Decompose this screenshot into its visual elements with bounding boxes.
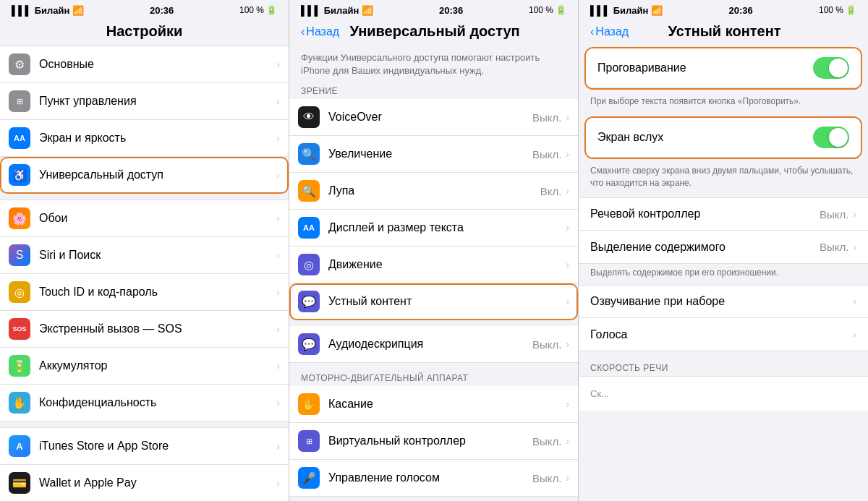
battery-label: Аккумулятор: [39, 359, 276, 372]
spoken-content-chevron: ›: [566, 296, 569, 307]
acc-item-switch-control[interactable]: ⊞ Виртуальный контроллер Выкл. ›: [289, 423, 578, 460]
display-icon: AA: [9, 127, 30, 149]
highlight-content-desc: Выделять содержимое при его произношении…: [579, 264, 868, 285]
divider-sp-2: [579, 351, 868, 357]
touch-icon: ✋: [298, 393, 320, 415]
speak-screen-toggle[interactable]: [813, 127, 849, 148]
speak-screen-label: Экран вслух: [597, 131, 813, 144]
wallet-chevron: ›: [276, 477, 280, 489]
itunes-icon: A: [9, 435, 30, 457]
main-title: Настройки: [12, 23, 277, 40]
voiceover-value: Выкл.: [532, 111, 561, 124]
display-chevron: ›: [276, 132, 280, 144]
settings-item-privacy[interactable]: ✋ Конфиденциальность ›: [0, 385, 289, 421]
acc-item-magnifier[interactable]: 🔍 Лупа Вкл. ›: [289, 173, 578, 210]
vision-header: ЗРЕНИЕ: [289, 82, 578, 99]
typing-feedback-label: Озвучивание при наборе: [590, 295, 853, 308]
main-section-2: 🌸 Обои › S Siri и Поиск › ◎ Touch ID и к…: [0, 200, 289, 421]
speed-partial-text: Ск...: [590, 388, 609, 399]
magnifier-chevron: ›: [566, 185, 569, 197]
speak-selection-item[interactable]: Проговаривание: [586, 48, 861, 88]
spoken-back-button[interactable]: ‹ Назад: [590, 25, 629, 38]
acc-item-audiodesc[interactable]: 💬 Аудиодескрипция Выкл. ›: [289, 326, 578, 363]
touchid-chevron: ›: [276, 286, 280, 298]
display-text-chevron: ›: [566, 222, 569, 234]
switch-control-label: Виртуальный контроллер: [328, 434, 532, 448]
voice-control-label: Управление голосом: [328, 471, 532, 484]
spoken-content-icon: 💬: [298, 291, 320, 312]
accessibility-list: ЗРЕНИЕ 👁 VoiceOver Выкл. › 🔍 Увеличение …: [289, 82, 578, 501]
back-chevron-2: ‹: [301, 25, 305, 38]
wifi-icon-3: 📶: [651, 5, 663, 16]
voice-control-icon: 🎤: [298, 467, 320, 489]
settings-item-siri[interactable]: S Siri и Поиск ›: [0, 237, 289, 274]
settings-item-general[interactable]: ⚙ Основные ›: [0, 46, 289, 83]
settings-item-wallpaper[interactable]: 🌸 Обои ›: [0, 200, 289, 237]
speech-controller-item[interactable]: Речевой контроллер Выкл. ›: [579, 197, 868, 231]
carrier-name-2: Билайн: [324, 5, 359, 16]
main-settings-list: ⚙ Основные › ⊞ Пункт управления › AA Экр…: [0, 46, 289, 501]
speech-controller-label: Речевой контроллер: [590, 207, 820, 220]
settings-item-wallet[interactable]: 💳 Wallet и Apple Pay ›: [0, 465, 289, 501]
typing-feedback-item[interactable]: Озвучивание при наборе ›: [579, 285, 868, 318]
motion-chevron: ›: [566, 259, 569, 270]
voiceover-label: VoiceOver: [328, 111, 532, 124]
main-section-3: A iTunes Store и App Store › 💳 Wallet и …: [0, 427, 289, 501]
acc-item-spoken-content[interactable]: 💬 Устный контент ›: [289, 283, 578, 320]
speak-selection-label: Проговаривание: [597, 61, 813, 74]
siri-label: Siri и Поиск: [39, 249, 276, 262]
speak-screen-item[interactable]: Экран вслух: [586, 118, 861, 158]
display-text-icon: AA: [298, 217, 320, 239]
motion-icon: ◎: [298, 254, 320, 275]
clock-2: 20:36: [439, 5, 463, 16]
audiodesc-icon: 💬: [298, 333, 320, 355]
settings-item-sos[interactable]: SOS Экстренный вызов — SOS ›: [0, 311, 289, 348]
accessibility-label: Универсальный доступ: [39, 168, 276, 181]
battery-3: 100 % 🔋: [819, 5, 856, 15]
settings-item-battery[interactable]: 🔋 Аккумулятор ›: [0, 348, 289, 385]
touch-label: Касание: [328, 398, 566, 411]
voices-chevron: ›: [853, 329, 856, 341]
divider-1: [0, 194, 289, 200]
highlight-content-item[interactable]: Выделение содержимого Выкл. ›: [579, 231, 868, 264]
highlight-content-chevron: ›: [853, 241, 856, 253]
siri-chevron: ›: [276, 249, 280, 261]
speak-selection-toggle[interactable]: [813, 57, 849, 79]
general-chevron: ›: [276, 59, 280, 70]
accessibility-back-button[interactable]: ‹ Назад: [301, 25, 339, 38]
magnifier-value: Вкл.: [540, 185, 562, 197]
carrier-name-1: Билайн: [35, 5, 70, 16]
spoken-content-panel: ▌▌▌ Билайн 📶 20:36 100 % 🔋 ‹ Назад Устны…: [579, 0, 868, 501]
sos-chevron: ›: [276, 323, 280, 335]
settings-item-itunes[interactable]: A iTunes Store и App Store ›: [0, 427, 289, 465]
voices-item[interactable]: Голоса ›: [579, 318, 868, 351]
speak-screen-desc: Смахните сверху экрана вниз двумя пальца…: [579, 162, 868, 195]
acc-item-motion[interactable]: ◎ Движение ›: [289, 247, 578, 283]
carrier-3: ▌▌▌ Билайн 📶: [590, 5, 663, 16]
settings-item-display[interactable]: AA Экран и яркость ›: [0, 120, 289, 157]
battery-icon-1: 🔋: [266, 5, 277, 15]
battery-2: 100 % 🔋: [529, 5, 566, 15]
acc-item-touch[interactable]: ✋ Касание ›: [289, 386, 578, 423]
acc-item-voice-control[interactable]: 🎤 Управление голосом Выкл. ›: [289, 460, 578, 497]
acc-item-voiceover[interactable]: 👁 VoiceOver Выкл. ›: [289, 99, 578, 136]
divider-acc-1: [289, 320, 578, 326]
main-settings-panel: ▌▌▌ Билайн 📶 20:36 100 % 🔋 Настройки ⚙ О…: [0, 0, 289, 501]
settings-item-control-center[interactable]: ⊞ Пункт управления ›: [0, 83, 289, 120]
signal-bars-3: ▌▌▌: [590, 5, 610, 16]
wallet-label: Wallet и Apple Pay: [39, 476, 276, 489]
voiceover-chevron: ›: [566, 111, 569, 123]
battery-percent-3: 100 %: [819, 5, 843, 15]
control-center-label: Пункт управления: [39, 95, 276, 108]
acc-item-zoom[interactable]: 🔍 Увеличение Выкл. ›: [289, 136, 578, 173]
itunes-chevron: ›: [276, 440, 280, 452]
accessibility-title: Универсальный доступ: [339, 23, 530, 40]
battery-icon-3: 🔋: [846, 5, 856, 15]
speed-section-header: СКОРОСТЬ РЕЧИ: [579, 357, 868, 376]
speak-selection-group: Проговаривание: [584, 47, 862, 90]
privacy-chevron: ›: [276, 397, 280, 408]
spoken-title: Устный контент: [629, 23, 820, 40]
acc-item-display-text[interactable]: AA Дисплей и размер текста ›: [289, 210, 578, 247]
settings-item-accessibility[interactable]: ♿ Универсальный доступ ›: [0, 157, 289, 194]
settings-item-touchid[interactable]: ◎ Touch ID и код-пароль ›: [0, 274, 289, 311]
